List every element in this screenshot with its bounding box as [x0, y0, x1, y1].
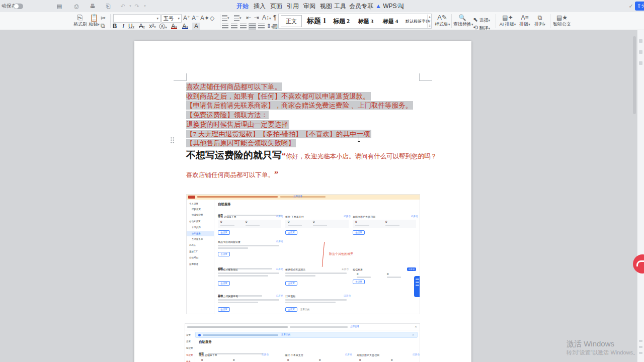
align-justify-icon[interactable]	[249, 24, 256, 29]
layout-button[interactable]: A≡ 排版▾	[517, 14, 532, 28]
doc-quote-1: 你好，欢迎光临本小店。请问有什么可以帮到您的吗？	[286, 153, 437, 160]
paragraph-drag-handle-icon[interactable]	[170, 137, 175, 143]
sync-status-icon[interactable]: ✓	[627, 2, 635, 10]
text-placeholder	[285, 302, 336, 303]
find-replace-button[interactable]: 🔍 查找替换▾	[453, 14, 471, 28]
example-link: 查看示例	[300, 308, 309, 311]
doc-heading[interactable]: 不想写运费险的就只写“你好，欢迎光临本小店。请问有什么可以帮到您的吗？	[186, 149, 437, 162]
copy-icon[interactable]: ⧉	[101, 22, 105, 29]
smart-doc-button[interactable]: ▤★ 智能公文	[552, 14, 572, 28]
decrease-font-icon[interactable]: A⁻	[192, 15, 199, 22]
tab-home[interactable]: 开始	[234, 0, 251, 12]
side-panel-icon[interactable]	[639, 50, 642, 54]
output-pdf-icon[interactable]: ⎙	[72, 2, 80, 10]
style-heading-1[interactable]: 标题 1	[307, 14, 327, 28]
search-icon[interactable]: 🔍	[396, 2, 405, 10]
print-icon[interactable]: 🖶	[89, 2, 97, 10]
style-set-button[interactable]: A✎ 样式集▾	[435, 14, 450, 28]
scroll-page-icon[interactable]	[639, 346, 642, 348]
document-page[interactable]: 喜欢店铺任何商品都可以下单。 收到商品之后，如果有【任何】不喜欢都可以申请退货退…	[134, 41, 471, 362]
redo-icon[interactable]: ↷	[133, 2, 141, 10]
info-icon	[198, 334, 201, 336]
card-title: 高频次用户大促召回	[357, 353, 379, 356]
bold-button[interactable]: B	[111, 23, 119, 30]
style-default-font[interactable]: 默认段落字体	[406, 14, 430, 28]
stat-value: 0	[313, 220, 314, 223]
tab-review[interactable]: 审阅	[301, 0, 317, 12]
highlight-color-button[interactable]: A▾	[170, 23, 178, 30]
doc-line: 【其他售后原因可能会领取失败哟】	[186, 139, 296, 147]
card-title: 催评模式实况演示	[285, 268, 305, 271]
font-name-select[interactable]: ▾	[113, 14, 160, 23]
card-title: 高频次用户大促召回	[353, 215, 375, 218]
print-preview-icon[interactable]: ⎗	[104, 2, 112, 10]
cut-icon[interactable]: ✂	[101, 15, 106, 22]
ai-layout-button[interactable]: ▤✦ AI 排版▾	[498, 14, 517, 28]
tab-page[interactable]: 页面	[268, 0, 284, 12]
embedded-screenshot-2[interactable]: 立即查看 ✕ 查看示例 ✕ 设置 设置 键设置 化设置 服务 自助服务 推荐	[185, 323, 420, 362]
underline-button[interactable]: U▾	[127, 23, 135, 30]
styles-scroll-arrows[interactable]: ▴▾≡	[427, 15, 432, 28]
embedded-screenshot-1[interactable]: 立即查看 个人设置 提醒设置 快捷键设置 自动化设置 常见问题 自助服务 互动服…	[186, 194, 420, 314]
undo-icon[interactable]: ↶	[119, 2, 127, 10]
char-scale-icon[interactable]: A↕▾	[262, 14, 271, 22]
text-placeholder	[218, 299, 279, 301]
style-heading-3[interactable]: 标题 3	[358, 14, 373, 28]
align-distribute-icon[interactable]	[258, 24, 265, 29]
save-icon[interactable]: ▤	[55, 2, 63, 10]
tab-reference[interactable]: 引用	[285, 0, 301, 12]
scroll-up-icon[interactable]	[639, 340, 642, 342]
decrease-indent-icon[interactable]: ⇤	[246, 14, 251, 21]
tab-insert[interactable]: 插入	[252, 0, 268, 12]
character-shading-button[interactable]: A	[192, 23, 200, 30]
text-effects-icon[interactable]: A✦	[200, 15, 209, 22]
tab-member[interactable]: 会员专享	[347, 0, 375, 12]
text-placeholder	[218, 275, 268, 277]
arrange-button[interactable]: ⧉ 排列▾	[532, 14, 547, 28]
style-normal[interactable]: 正文	[281, 15, 302, 27]
side-panel-icon[interactable]	[639, 61, 642, 65]
font-size-select[interactable]: 五号▾	[162, 14, 182, 23]
ribbon-toolbar: ⎘ 格式刷 📋 粘贴▾ ✂ ⧉ ▾ 五号▾ A⁺ A⁻ A✦ ◇ B I U▾ …	[0, 12, 644, 30]
shot-sidebar-item: 分组规划	[187, 256, 214, 259]
setup-button: 去设置	[353, 230, 365, 235]
align-left-icon[interactable]	[222, 24, 228, 29]
font-color-button[interactable]: A▾	[181, 23, 189, 30]
shot-sidebar-item: 互动服务单	[187, 238, 214, 240]
increase-font-icon[interactable]: A⁺	[183, 15, 190, 22]
shading-icon[interactable]: ▨	[272, 23, 278, 30]
increase-indent-icon[interactable]: ⇥	[254, 14, 259, 21]
superscript-button[interactable]: x²▾	[148, 23, 156, 30]
autosave-toggle[interactable]	[14, 4, 23, 9]
tab-tools[interactable]: 工具	[332, 0, 348, 12]
text-placeholder	[218, 273, 279, 274]
close-quote: ”	[274, 170, 278, 178]
strikethrough-button[interactable]: A▾	[138, 23, 146, 30]
scroll-down-icon[interactable]	[639, 352, 642, 354]
shot-sidebar-item: 常见问题	[187, 226, 214, 229]
italic-button[interactable]: I	[119, 23, 127, 30]
bullet-list-button[interactable]: ▾	[222, 15, 229, 21]
card-title: 商品卡自动回复设置	[218, 240, 240, 243]
style-heading-4[interactable]: 标题 4	[383, 14, 398, 28]
clear-format-icon[interactable]: ◇	[210, 15, 214, 22]
align-right-icon[interactable]	[240, 24, 247, 29]
align-center-icon[interactable]	[231, 24, 237, 29]
style-heading-2[interactable]: 标题 2	[333, 14, 350, 28]
format-painter-button[interactable]: ⎘ 格式刷	[73, 14, 87, 28]
paragraph-mark-icon[interactable]: ¶	[273, 14, 276, 21]
redo-chevron-icon[interactable]: ▾	[141, 2, 149, 10]
vertical-scrollbar[interactable]	[633, 36, 636, 114]
banner-tag	[188, 196, 195, 199]
numbered-list-button[interactable]: ▾	[234, 15, 242, 21]
text-placeholder	[220, 225, 234, 226]
paste-button[interactable]: 📋 粘贴▾	[88, 14, 101, 28]
side-panel-icon[interactable]	[639, 39, 642, 43]
doc-quote-2[interactable]: 喜欢店铺任何商品都可以下单。”	[186, 170, 278, 179]
document-canvas[interactable]: 喜欢店铺任何商品都可以下单。 收到商品之后，如果有【任何】不喜欢都可以申请退货退…	[0, 30, 637, 362]
card-status: 已开启	[276, 240, 283, 243]
share-button[interactable]: ⇧分享	[635, 2, 644, 11]
highlighted-paragraph[interactable]: 喜欢店铺任何商品都可以下单。 收到商品之后，如果有【任何】不喜欢都可以申请退货退…	[186, 82, 413, 148]
font-color-swatch	[182, 28, 188, 29]
card-title: 订单通知	[285, 295, 295, 298]
